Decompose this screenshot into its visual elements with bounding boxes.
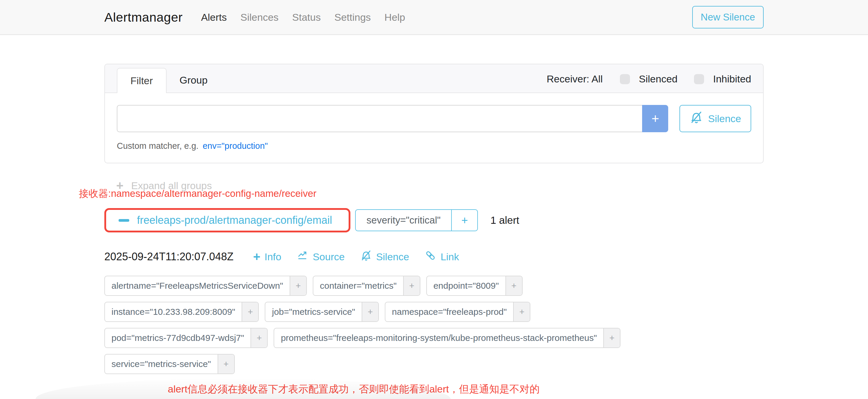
label-add-filter-button[interactable]: + <box>403 276 420 295</box>
label-add-filter-button[interactable]: + <box>242 302 258 321</box>
label-text: service="metrics-service" <box>105 355 218 373</box>
alert-info-label: Info <box>265 251 281 263</box>
label-text: container="metrics" <box>313 276 403 295</box>
silenced-checkbox[interactable] <box>620 74 630 84</box>
alert-labels: alertname="FreeleapsMetricsServiceDown" … <box>104 276 657 374</box>
label-add-filter-button[interactable]: + <box>362 302 378 321</box>
filter-card: Filter Group Receiver: All Silenced Inhi… <box>104 64 764 163</box>
silenced-checkbox-label[interactable]: Silenced <box>639 73 677 85</box>
silence-button-label: Silence <box>708 113 741 124</box>
label-text: prometheus="freeleaps-monitoring-system/… <box>274 329 603 347</box>
alert-count: 1 alert <box>490 214 519 226</box>
collapse-minus-icon <box>119 219 129 222</box>
tab-filter[interactable]: Filter <box>117 68 166 93</box>
group-receiver-link[interactable]: freeleaps-prod/alertmanager-config/email <box>137 214 332 226</box>
alert-timestamp: 2025-09-24T11:20:07.048Z <box>104 250 234 263</box>
label-tag: job="metrics-service" + <box>265 302 379 322</box>
hint-prefix: Custom matcher, e.g. <box>117 141 198 151</box>
tab-group[interactable]: Group <box>166 68 221 92</box>
add-matcher-button[interactable]: + <box>642 105 668 132</box>
label-tag: endpoint="8009" + <box>426 276 523 296</box>
label-text: instance="10.233.98.209:8009" <box>105 302 242 321</box>
label-add-filter-button[interactable]: + <box>290 276 306 295</box>
label-text: endpoint="8009" <box>427 276 505 295</box>
label-add-filter-button[interactable]: + <box>505 276 522 295</box>
inhibited-checkbox-label[interactable]: Inhibited <box>713 73 751 85</box>
label-add-filter-button[interactable]: + <box>218 355 234 373</box>
alert-silence-label: Silence <box>376 251 409 263</box>
nav-item-alerts[interactable]: Alerts <box>201 11 227 23</box>
nav-item-status[interactable]: Status <box>292 11 321 23</box>
bell-slash-icon <box>689 111 703 127</box>
label-tag: namespace="freeleaps-prod" + <box>385 302 530 322</box>
label-tag: prometheus="freeleaps-monitoring-system/… <box>274 328 620 348</box>
group-matcher-button: severity="critical" + <box>355 209 478 231</box>
label-tag: container="metrics" + <box>313 276 421 296</box>
alert-annotation-note: alert信息必须在接收器下才表示配置成功，否则即使能看到alert，但是通知是… <box>168 382 764 396</box>
label-tag: service="metrics-service" + <box>104 354 235 374</box>
top-navbar: Alertmanager Alerts Silences Status Sett… <box>0 0 868 35</box>
plus-icon: + <box>253 250 260 263</box>
nav-links: Alerts Silences Status Settings Help <box>201 11 405 23</box>
receiver-highlight-box: freeleaps-prod/alertmanager-config/email <box>104 208 350 233</box>
nav-item-silences[interactable]: Silences <box>241 11 279 23</box>
link-icon <box>425 250 436 264</box>
alert-link-link[interactable]: Link <box>425 250 459 264</box>
hint-example-link[interactable]: env="production" <box>203 141 268 151</box>
label-text: job="metrics-service" <box>265 302 362 321</box>
nav-item-settings[interactable]: Settings <box>334 11 371 23</box>
chart-icon <box>297 250 309 264</box>
label-tag: pod="metrics-77d9cdb497-wdsj7" + <box>104 328 268 348</box>
nav-item-help[interactable]: Help <box>384 11 405 23</box>
alert-info-link[interactable]: + Info <box>253 250 281 263</box>
alert-source-label: Source <box>313 251 345 263</box>
label-text: alertname="FreeleapsMetricsServiceDown" <box>105 276 290 295</box>
matcher-row: + Silence <box>117 105 751 132</box>
matcher-hint: Custom matcher, e.g. env="production" <box>117 141 751 151</box>
matcher-input[interactable] <box>117 105 642 132</box>
inhibited-checkbox[interactable] <box>694 74 704 84</box>
label-text: pod="metrics-77d9cdb497-wdsj7" <box>105 329 250 347</box>
group-matcher-add-button[interactable]: + <box>451 210 477 231</box>
app-brand: Alertmanager <box>104 10 183 25</box>
label-add-filter-button[interactable]: + <box>603 329 620 347</box>
label-add-filter-button[interactable]: + <box>513 302 530 321</box>
silence-button[interactable]: Silence <box>679 105 751 132</box>
alert-silence-link[interactable]: Silence <box>360 250 409 264</box>
alert-meta-row: 2025-09-24T11:20:07.048Z + Info Source <box>104 250 764 264</box>
new-silence-button[interactable]: New Silence <box>692 6 764 28</box>
label-text: namespace="freeleaps-prod" <box>385 302 513 321</box>
filter-header-right: Receiver: All Silenced Inhibited <box>547 73 751 92</box>
filter-card-header: Filter Group Receiver: All Silenced Inhi… <box>105 64 763 93</box>
main-content: Filter Group Receiver: All Silenced Inhi… <box>0 64 868 399</box>
filter-card-body: + Silence Custom matcher, e.g. env="prod… <box>105 93 763 163</box>
bell-slash-icon <box>360 250 372 264</box>
alert-group-row: freeleaps-prod/alertmanager-config/email… <box>104 208 764 233</box>
label-tag: instance="10.233.98.209:8009" + <box>104 302 259 322</box>
label-tag: alertname="FreeleapsMetricsServiceDown" … <box>104 276 307 296</box>
label-add-filter-button[interactable]: + <box>250 329 267 347</box>
group-matcher-label[interactable]: severity="critical" <box>356 210 451 231</box>
alert-link-label: Link <box>440 251 459 263</box>
receiver-annotation-note: 接收器:namespace/altermanager-config-name/r… <box>79 187 764 201</box>
receiver-filter-label[interactable]: Receiver: All <box>547 73 603 85</box>
alert-source-link[interactable]: Source <box>297 250 345 264</box>
